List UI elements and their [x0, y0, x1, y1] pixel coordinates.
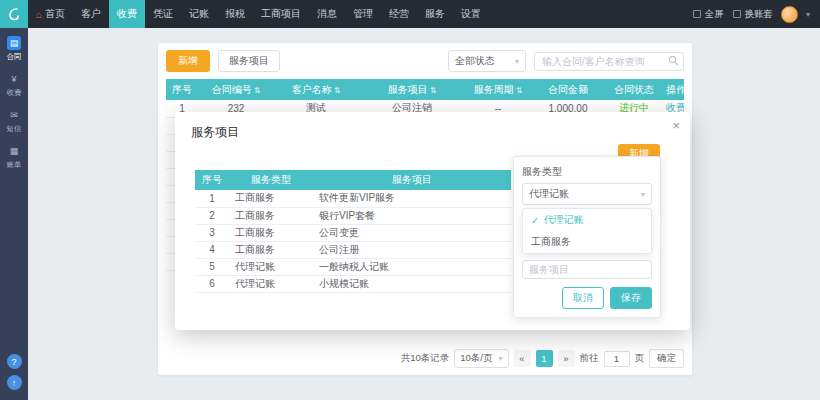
chevron-down-icon: ▾ [641, 190, 645, 199]
cell: 银行VIP套餐 [313, 207, 511, 224]
column-header-操作: 操作 [662, 79, 684, 100]
search-icon[interactable] [668, 55, 679, 66]
service-table-head: 序号服务类型服务项目 [195, 170, 511, 190]
nav-item-12[interactable]: 设置 [453, 0, 489, 28]
check-icon: ✓ [531, 215, 539, 226]
service-type-value: 代理记账 [529, 187, 569, 201]
nav-item-7[interactable]: 工商项目 [253, 0, 309, 28]
modal-title: 服务项目 [191, 125, 239, 139]
status-filter-select[interactable]: 全部状态 ▾ [448, 50, 526, 72]
nav-item-6[interactable]: 报税 [217, 0, 253, 28]
modal-header: 服务项目 × [175, 112, 690, 143]
help-icon[interactable]: ? [7, 354, 22, 369]
search-input[interactable] [534, 52, 684, 71]
switch-account-label: 换账套 [744, 8, 773, 21]
nav-item-4[interactable]: 凭证 [145, 0, 181, 28]
service-table-body: 1工商服务软件更新VIP服务2工商服务银行VIP套餐3工商服务公司变更4工商服务… [195, 190, 511, 292]
main-area: 新增 服务项目 全部状态 ▾ 序号合同编号⇅客户名称⇅服务项目⇅服务周期⇅合同金… [28, 28, 820, 400]
cell: 软件更新VIP服务 [313, 190, 511, 207]
dropdown-option-代理记账[interactable]: ✓代理记账 [523, 209, 651, 231]
sidebar-item-contract[interactable]: ▤合同 [6, 36, 22, 62]
service-item-input[interactable] [522, 260, 652, 279]
cell: 5 [195, 258, 229, 275]
cancel-button[interactable]: 取消 [562, 287, 604, 309]
page-suffix: 页 [635, 352, 645, 365]
sort-icon[interactable]: ⇅ [254, 86, 261, 95]
sidebar-item-sms[interactable]: ✉短信 [6, 108, 22, 134]
nav-items: ⌂首页客户收费凭证记账报税工商项目消息管理经营服务设置 [28, 0, 489, 28]
service-type-dropdown: ✓代理记账工商服务 [522, 208, 652, 254]
avatar[interactable] [781, 6, 798, 23]
cell: 工商服务 [229, 207, 313, 224]
cell: 公司注册 [313, 241, 511, 258]
service-row[interactable]: 4工商服务公司注册 [195, 241, 511, 258]
prev-page-button[interactable]: « [514, 350, 531, 367]
message-icon: ✉ [7, 108, 21, 122]
sort-icon[interactable]: ⇅ [334, 86, 341, 95]
cell: 1 [195, 190, 229, 207]
sort-icon[interactable]: ⇅ [430, 86, 437, 95]
cell: 6 [195, 275, 229, 292]
next-page-button[interactable]: » [558, 350, 575, 367]
brand-logo[interactable] [0, 0, 28, 28]
page-buttons: 1 [536, 350, 553, 367]
sidebar-item-label: 收费 [7, 88, 21, 98]
column-header-合同状态: 合同状态 [606, 79, 662, 100]
nav-item-2[interactable]: 客户 [73, 0, 109, 28]
column-header-客户名称[interactable]: 客户名称⇅ [274, 79, 358, 100]
goto-page-input[interactable] [604, 351, 630, 367]
service-row[interactable]: 3工商服务公司变更 [195, 224, 511, 241]
nav-item-5[interactable]: 记账 [181, 0, 217, 28]
cell: 代理记账 [229, 275, 313, 292]
modal-column-header-序号: 序号 [195, 170, 229, 190]
save-button[interactable]: 保存 [610, 287, 652, 309]
fullscreen-label: 全屏 [704, 8, 723, 21]
nav-item-8[interactable]: 消息 [309, 0, 345, 28]
sidebar-item-fee[interactable]: ¥收费 [6, 72, 22, 98]
chevron-down-icon: ▾ [806, 10, 810, 19]
per-page-select[interactable]: 10条/页 ▾ [454, 349, 508, 368]
switch-account-button[interactable]: 换账套 [733, 8, 773, 21]
page-button-1[interactable]: 1 [536, 350, 553, 367]
nav-tools: 全屏换账套 [693, 8, 773, 21]
filter-value: 全部状态 [455, 54, 495, 68]
cell: 4 [195, 241, 229, 258]
sidebar-bottom: ?↑ [7, 354, 22, 390]
column-header-服务周期[interactable]: 服务周期⇅ [466, 79, 530, 100]
service-items-table: 序号服务类型服务项目 1工商服务软件更新VIP服务2工商服务银行VIP套餐3工商… [195, 170, 511, 293]
service-row[interactable]: 1工商服务软件更新VIP服务 [195, 190, 511, 207]
service-row[interactable]: 6代理记账小规模记账 [195, 275, 511, 292]
cell: 代理记账 [229, 258, 313, 275]
service-type-select[interactable]: 代理记账 ▾ [522, 183, 652, 205]
column-header-合同金额: 合同金额 [530, 79, 606, 100]
nav-item-9[interactable]: 管理 [345, 0, 381, 28]
modal-column-header-服务项目: 服务项目 [313, 170, 511, 190]
fullscreen-icon [693, 10, 701, 18]
cell: 小规模记账 [313, 275, 511, 292]
nav-item-10[interactable]: 经营 [381, 0, 417, 28]
sidebar-item-bill[interactable]: ▦账单 [6, 144, 22, 170]
nav-item-3[interactable]: 收费 [109, 0, 145, 28]
cell: 工商服务 [229, 190, 313, 207]
confirm-page-button[interactable]: 确定 [649, 349, 684, 368]
column-header-合同编号[interactable]: 合同编号⇅ [198, 79, 274, 100]
dropdown-option-工商服务[interactable]: 工商服务 [523, 231, 651, 253]
cell: 工商服务 [229, 241, 313, 258]
sidebar-item-label: 账单 [7, 160, 21, 170]
contract-icon: ▤ [7, 36, 21, 50]
add-button[interactable]: 新增 [166, 50, 210, 72]
nav-item-11[interactable]: 服务 [417, 0, 453, 28]
service-row[interactable]: 5代理记账一般纳税人记账 [195, 258, 511, 275]
nav-item-1[interactable]: ⌂首页 [28, 0, 73, 28]
cell: 一般纳税人记账 [313, 258, 511, 275]
close-icon[interactable]: × [672, 118, 680, 133]
fullscreen-button[interactable]: 全屏 [693, 8, 723, 21]
sort-icon[interactable]: ⇅ [516, 86, 523, 95]
service-row[interactable]: 2工商服务银行VIP套餐 [195, 207, 511, 224]
column-header-服务项目[interactable]: 服务项目⇅ [358, 79, 466, 100]
service-items-button[interactable]: 服务项目 [218, 50, 280, 72]
arrow-up-icon[interactable]: ↑ [7, 375, 22, 390]
sidebar: ▤合同¥收费✉短信▦账单 ?↑ [0, 28, 28, 400]
nav-right: 全屏换账套 ▾ [693, 6, 820, 23]
service-type-label: 服务类型 [522, 165, 652, 179]
